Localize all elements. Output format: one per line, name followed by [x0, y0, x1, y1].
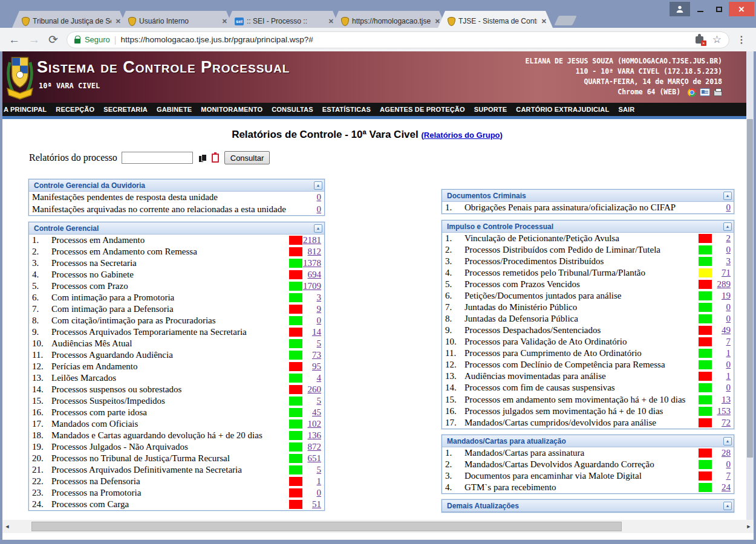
report-count-link[interactable]: 1 — [712, 348, 734, 359]
bookmark-star-icon[interactable]: ☆ — [712, 33, 722, 46]
scroll-right-arrow[interactable]: ► — [744, 523, 754, 529]
row-label: Processos Distribuídos com Pedido de Lim… — [464, 244, 699, 256]
left-report-column: Controle Gerencial da Ouvidoria▲Manifest… — [28, 179, 325, 511]
report-count-link[interactable]: 14 — [302, 326, 324, 338]
back-button[interactable]: ← — [8, 34, 20, 45]
report-count-link[interactable]: 19 — [712, 290, 734, 302]
url-bar[interactable]: Seguro | https://homologacao.tjse.jus.br… — [67, 31, 729, 48]
collapse-panel-button[interactable]: ▲ — [723, 437, 732, 445]
row-number: 23. — [29, 487, 51, 499]
report-count-link[interactable]: 0 — [302, 315, 324, 326]
nav-item-cart-rio-extrajudicial[interactable]: CARTÓRIO EXTRAJUDICIAL — [516, 106, 609, 113]
report-count-link[interactable]: 72 — [712, 417, 734, 429]
printer-icon[interactable] — [714, 90, 722, 96]
report-count-link[interactable]: 1 — [302, 476, 324, 487]
report-count-link[interactable]: 1709 — [302, 280, 324, 292]
nav-item-sair[interactable]: SAIR — [618, 106, 634, 113]
report-count-link[interactable]: 13 — [712, 394, 734, 406]
nav-item-a-principal[interactable]: A PRINCIPAL — [4, 106, 47, 113]
report-count-link[interactable]: 102 — [302, 418, 324, 430]
report-count-link[interactable]: 5 — [302, 395, 324, 407]
horizontal-scrollbar-thumb[interactable] — [31, 522, 622, 531]
report-count-link[interactable]: 260 — [302, 384, 324, 395]
report-count-link[interactable]: 651 — [302, 453, 324, 464]
report-count-link[interactable]: 694 — [302, 269, 324, 280]
vertical-scrollbar-thumb[interactable] — [747, 119, 753, 458]
report-count-link[interactable]: 28 — [712, 447, 734, 459]
process-number-input[interactable] — [122, 152, 193, 164]
browser-tab-3[interactable]: https://homologacao.tjse✕ — [331, 11, 446, 28]
browser-tab-2[interactable]: sei:: SEI - Processo ::✕ — [225, 11, 340, 28]
report-count-link[interactable]: 0 — [302, 204, 324, 215]
clipboard-icon[interactable] — [212, 154, 219, 163]
collapse-panel-button[interactable]: ▲ — [314, 181, 322, 190]
report-count-link[interactable]: 9 — [302, 303, 324, 315]
report-count-link[interactable]: 0 — [712, 313, 734, 325]
report-count-link[interactable]: 7 — [712, 470, 734, 482]
report-count-link[interactable]: 812 — [302, 246, 324, 257]
report-count-link[interactable]: 1378 — [302, 257, 324, 269]
nav-item-recep-o[interactable]: RECEPÇÃO — [56, 106, 94, 113]
collapse-panel-button[interactable]: ▲ — [723, 222, 732, 231]
reload-button[interactable]: ⟳ — [48, 34, 58, 45]
collapse-panel-button[interactable]: ▲ — [723, 192, 732, 200]
report-count-link[interactable]: 0 — [712, 459, 734, 470]
report-count-link[interactable]: 5 — [302, 464, 324, 476]
tab-close-icon[interactable]: ✕ — [540, 18, 548, 25]
nav-item-agentes-de-prote-o[interactable]: AGENTES DE PROTEÇÃO — [380, 106, 465, 113]
maximize-button[interactable] — [710, 2, 728, 16]
group-reports-link[interactable]: Relatórios do Grupo — [424, 131, 500, 140]
report-count-link[interactable]: 0 — [712, 244, 734, 256]
padlock-icon — [74, 39, 80, 44]
report-count-link[interactable]: 45 — [302, 407, 324, 418]
nav-item-secretaria[interactable]: SECRETARIA — [103, 106, 148, 113]
id-card-icon[interactable] — [700, 88, 710, 96]
browser-tab-4[interactable]: TJSE - Sistema de Contro✕ — [438, 11, 553, 28]
report-count-link[interactable]: 73 — [302, 349, 324, 361]
report-count-link[interactable]: 0 — [302, 487, 324, 499]
consultar-button[interactable]: Consultar — [224, 151, 270, 164]
report-count-link[interactable]: 0 — [302, 192, 324, 203]
profile-button[interactable] — [670, 2, 690, 16]
report-count-link[interactable]: 71 — [712, 267, 734, 279]
report-count-link[interactable]: 2 — [712, 233, 734, 244]
minimize-button[interactable] — [691, 2, 709, 16]
browser-tab-0[interactable]: Tribunal de Justiça de Se✕ — [12, 11, 127, 28]
blocked-plugin-icon[interactable] — [696, 36, 703, 44]
report-count-link[interactable]: 1 — [712, 371, 734, 382]
browser-menu-icon[interactable]: ⋮ — [737, 34, 746, 45]
nav-item-consultas[interactable]: CONSULTAS — [272, 106, 313, 113]
collapse-panel-button[interactable]: ▲ — [723, 502, 732, 510]
report-count-link[interactable]: 24 — [712, 482, 734, 493]
report-count-link[interactable]: 153 — [712, 406, 734, 417]
vertical-scrollbar[interactable] — [746, 51, 754, 520]
forward-button[interactable]: → — [28, 34, 40, 45]
report-count-link[interactable]: 0 — [712, 359, 734, 371]
report-count-link[interactable]: 51 — [302, 499, 324, 510]
scroll-left-arrow[interactable]: ◄ — [2, 523, 12, 529]
collapse-panel-button[interactable]: ▲ — [314, 224, 322, 233]
nav-item-suporte[interactable]: SUPORTE — [474, 106, 507, 113]
report-count-link[interactable]: 3 — [302, 292, 324, 303]
report-count-link[interactable]: 0 — [712, 382, 734, 393]
horizontal-scrollbar[interactable]: ◄ ► — [2, 520, 754, 533]
report-count-link[interactable]: 872 — [302, 441, 324, 453]
nav-item-estat-sticas[interactable]: ESTATÍSTICAS — [322, 106, 371, 113]
report-count-link[interactable]: 7 — [712, 336, 734, 348]
report-count-link[interactable]: 95 — [302, 361, 324, 372]
new-tab-button[interactable] — [554, 16, 576, 25]
report-count-link[interactable]: 289 — [712, 279, 734, 290]
report-count-link[interactable]: 5 — [302, 338, 324, 349]
browser-tab-1[interactable]: Usuário Interno✕ — [119, 11, 233, 28]
close-button[interactable]: ✕ — [729, 2, 754, 16]
nav-item-monitoramento[interactable]: MONITORAMENTO — [201, 106, 262, 113]
nav-item-gabinete[interactable]: GABINETE — [157, 106, 192, 113]
report-count-link[interactable]: 3 — [712, 256, 734, 267]
report-count-link[interactable]: 0 — [712, 302, 734, 313]
copy-document-icon[interactable] — [199, 154, 207, 162]
report-count-link[interactable]: 2181 — [302, 235, 324, 246]
report-count-link[interactable]: 4 — [302, 372, 324, 384]
report-count-link[interactable]: 49 — [712, 325, 734, 336]
report-count-link[interactable]: 136 — [302, 430, 324, 441]
report-count-link[interactable]: 0 — [712, 202, 734, 213]
